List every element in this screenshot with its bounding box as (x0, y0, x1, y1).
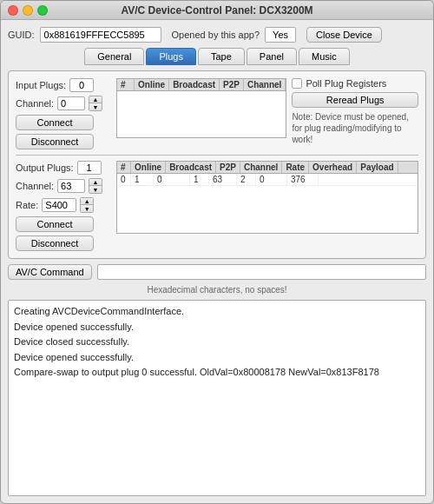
log-area: Creating AVCDeviceCommandInterface. Devi… (8, 300, 426, 496)
output-channel-input[interactable] (57, 179, 85, 193)
command-row: AV/C Command (8, 264, 426, 280)
input-channel-label: Channel: (16, 98, 54, 109)
plugs-panel: Input Plugs: 0 Channel: ▲ ▼ Connect (8, 70, 426, 259)
poll-checkbox-row: Poll Plug Registers (292, 78, 418, 89)
input-channel-stepper[interactable]: ▲ ▼ (89, 96, 102, 111)
input-plugs-controls: Input Plugs: 0 Channel: ▲ ▼ Connect (16, 78, 111, 149)
titlebar: AV/C Device-Control Panel: DCX3200M (1, 1, 433, 20)
oth-channel: Channel (240, 162, 282, 173)
rate-stepper-up[interactable]: ▲ (81, 198, 93, 205)
oth-online: Online (131, 162, 166, 173)
input-connect-button[interactable]: Connect (16, 115, 94, 130)
opened-label: Opened by this app? (172, 30, 260, 40)
output-rate-input[interactable] (42, 198, 76, 212)
guid-row: GUID: Opened by this app? Yes Close Devi… (8, 27, 426, 43)
guid-label: GUID: (8, 30, 35, 40)
close-device-button[interactable]: Close Device (306, 27, 382, 43)
input-disconnect-button[interactable]: Disconnect (16, 134, 94, 149)
tab-general[interactable]: General (84, 48, 144, 65)
close-button[interactable] (8, 5, 18, 16)
avc-command-button[interactable]: AV/C Command (8, 264, 92, 280)
log-line-2: Device closed successfully. (14, 335, 420, 350)
th-hash: # (117, 79, 135, 90)
td-channel: 63 (209, 174, 237, 185)
table-row: 0 1 0 1 63 2 0 376 (117, 174, 418, 186)
log-line-1: Device opened successfully. (14, 320, 420, 335)
opened-value: Yes (265, 27, 296, 43)
th-online: Online (135, 79, 169, 90)
input-plugs-label: Input Plugs: (16, 80, 66, 90)
stepper-down[interactable]: ▼ (89, 103, 102, 110)
output-rate-stepper[interactable]: ▲ ▼ (80, 197, 94, 213)
traffic-lights (8, 5, 48, 16)
oth-payload: Payload (357, 162, 398, 173)
stepper-up[interactable]: ▲ (89, 96, 102, 103)
input-channel-row: Channel: ▲ ▼ (16, 96, 111, 111)
tab-panel[interactable]: Panel (247, 48, 297, 65)
rate-stepper-down[interactable]: ▼ (81, 205, 93, 212)
input-channel-input[interactable] (57, 96, 85, 110)
output-plugs-controls: Output Plugs: 1 Channel: ▲ ▼ (16, 161, 111, 251)
reread-note: Note: Device must be opened, for plug re… (292, 111, 418, 145)
output-connect-button[interactable]: Connect (16, 216, 94, 232)
content-area: GUID: Opened by this app? Yes Close Devi… (1, 20, 433, 503)
poll-reread-section: Poll Plug Registers Reread Plugs Note: D… (292, 78, 418, 145)
th-channel: Channel (244, 79, 286, 90)
td-online: 1 (131, 174, 154, 185)
td-p2p: 1 (190, 174, 209, 185)
minimize-button[interactable] (23, 5, 33, 16)
output-channel-label: Channel: (16, 181, 54, 191)
td-rate: 2 (237, 174, 256, 185)
tab-tape[interactable]: Tape (198, 48, 245, 65)
poll-label: Poll Plug Registers (306, 78, 386, 89)
out-stepper-down[interactable]: ▼ (89, 186, 102, 193)
hex-hint: Hexadecimal characters, no spaces! (8, 285, 426, 295)
log-line-3: Device opened successfully. (14, 350, 420, 366)
oth-hash: # (117, 162, 131, 173)
oth-rate: Rate (282, 162, 309, 173)
tab-plugs[interactable]: Plugs (146, 48, 196, 65)
output-channel-row: Channel: ▲ ▼ (16, 178, 111, 194)
input-table-body (116, 90, 286, 138)
reread-plugs-button[interactable]: Reread Plugs (292, 92, 418, 108)
input-plugs-count: 0 (69, 78, 94, 92)
output-plugs-label: Output Plugs: (16, 162, 74, 173)
td-payload: 376 (287, 174, 319, 185)
td-hash: 0 (117, 174, 131, 185)
tabs-row: General Plugs Tape Panel Music (8, 48, 426, 65)
output-plugs-count: 1 (77, 161, 102, 175)
log-line-0: Creating AVCDeviceCommandInterface. (14, 304, 420, 320)
input-plugs-row: Input Plugs: 0 (16, 78, 111, 92)
output-table-body: 0 1 0 1 63 2 0 376 (116, 173, 418, 234)
output-channel-stepper[interactable]: ▲ ▼ (89, 178, 102, 194)
th-p2p: P2P (220, 79, 244, 90)
output-table-header: # Online Broadcast P2P Channel Rate Over… (116, 161, 418, 173)
command-input[interactable] (97, 264, 426, 280)
th-broadcast: Broadcast (169, 79, 220, 90)
output-rate-row: Rate: ▲ ▼ (16, 197, 111, 213)
td-overhead: 0 (256, 174, 287, 185)
oth-overhead: Overhead (309, 162, 357, 173)
output-disconnect-button[interactable]: Disconnect (16, 235, 94, 251)
main-window: AV/C Device-Control Panel: DCX3200M GUID… (0, 0, 434, 504)
oth-broadcast: Broadcast (166, 162, 216, 173)
maximize-button[interactable] (37, 5, 48, 16)
input-table-header: # Online Broadcast P2P Channel (116, 78, 286, 90)
poll-checkbox[interactable] (292, 78, 302, 89)
output-rate-label: Rate: (16, 200, 38, 210)
input-plugs-table: # Online Broadcast P2P Channel (116, 78, 286, 138)
output-plugs-table: # Online Broadcast P2P Channel Rate Over… (116, 161, 418, 234)
out-stepper-up[interactable]: ▲ (89, 179, 102, 186)
output-plugs-row: Output Plugs: 1 (16, 161, 111, 175)
log-line-4: Compare-swap to output plug 0 successful… (14, 365, 420, 381)
window-title: AV/C Device-Control Panel: DCX3200M (121, 4, 312, 17)
tab-music[interactable]: Music (299, 48, 350, 65)
guid-input[interactable] (40, 27, 161, 43)
td-broadcast: 0 (154, 174, 190, 185)
oth-p2p: P2P (216, 162, 240, 173)
